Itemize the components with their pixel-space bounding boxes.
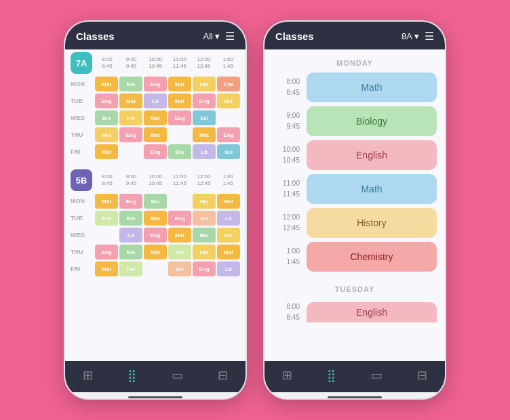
left-menu-icon[interactable]: ☰ (225, 30, 235, 43)
nav-list-icon-r[interactable]: ⊟ (417, 368, 427, 383)
7a-fri-row: FRI Mat Eng Bio Lit Sci (71, 144, 240, 159)
cell: His (217, 93, 240, 108)
cell: Eng (144, 77, 167, 91)
right-home-indicator (328, 396, 382, 398)
cell: Che (217, 77, 240, 91)
cell: Bio (119, 77, 142, 91)
left-title: Classes (76, 30, 115, 42)
cell: His (193, 245, 216, 259)
cell: Mat (95, 144, 118, 159)
cell: Mat (193, 127, 216, 142)
slot-chemistry[interactable]: Chemistry (307, 242, 437, 272)
cell: Mat (217, 194, 240, 209)
cell: Mat (119, 93, 142, 108)
cell: Bio (193, 228, 216, 243)
cell: Mat (95, 261, 118, 276)
phones-container: Classes All ▾ ☰ 7A 8:008:45 9:009 (64, 20, 446, 400)
class-7a-section: 7A 8:008:45 9:009:45 10:0010:45 11:0011:… (65, 49, 246, 167)
nav-timetable-icon[interactable]: ⣿ (128, 368, 136, 383)
cell: Eng (144, 144, 167, 159)
cell (168, 127, 191, 142)
slot-9am: 9:009:45 Biology (273, 106, 437, 136)
cell: Lit (217, 211, 240, 226)
cell: Eng (217, 127, 240, 142)
slot-1pm: 1:001:45 Chemistry (273, 242, 437, 272)
cell: Fre (95, 211, 118, 226)
5b-wed-row: WED Lit Eng Mat Bio His (71, 228, 240, 243)
7a-header-row: 7A 8:008:45 9:009:45 10:0010:45 11:0011:… (71, 52, 240, 74)
right-phone: Classes 8A ▾ ☰ MONDAY 8:008:45 Math 9:00… (263, 20, 446, 400)
nav-card-icon[interactable]: ▭ (172, 368, 183, 383)
cell: Eng (168, 110, 191, 125)
left-filter-button[interactable]: All ▾ (203, 31, 220, 41)
cell: His (217, 228, 240, 243)
7a-thu-row: THU His Eng Mat Mat Eng (71, 127, 240, 142)
cell: Bio (119, 211, 142, 226)
slot-12pm: 12:0012:45 History (273, 208, 437, 238)
right-phone-nav: ⊞ ⣿ ▭ ⊟ (264, 361, 445, 392)
cell (217, 110, 240, 125)
cell: Mat (168, 77, 191, 91)
cell: His (193, 77, 216, 91)
cell: Eng (193, 93, 216, 108)
5b-thu-row: THU Eng Bio Mat Fre His Mat (71, 245, 240, 259)
left-phone-body: 7A 8:008:45 9:009:45 10:0010:45 11:0011:… (65, 49, 246, 361)
right-phone-body: MONDAY 8:008:45 Math 9:009:45 Biology 10… (264, 49, 445, 361)
nav-card-icon-r[interactable]: ▭ (371, 368, 382, 383)
cell: Art (168, 261, 191, 276)
5b-header-row: 5B 8:008:45 9:009:45 10:0010:45 11:0011:… (71, 169, 240, 191)
right-filter-button[interactable]: 8A ▾ (401, 31, 419, 41)
5b-fri-row: FRI Mat Fre Art Eng Lit (71, 261, 240, 276)
cell (95, 228, 118, 243)
cell: Bio (168, 144, 191, 159)
cell: Bio (144, 194, 167, 209)
cell: Mat (95, 77, 118, 91)
slot-history[interactable]: History (307, 208, 437, 238)
cell: Mat (217, 245, 240, 259)
timetable-scroll[interactable]: 7A 8:008:45 9:009:45 10:0010:45 11:0011:… (65, 49, 246, 361)
cell: Fre (168, 245, 191, 259)
left-header-controls: All ▾ ☰ (203, 30, 235, 43)
cell: Eng (168, 211, 191, 226)
cell: Mat (144, 127, 167, 142)
slot-math-2[interactable]: Math (307, 174, 437, 204)
cell: Mat (168, 228, 191, 243)
cell: Sci (217, 144, 240, 159)
slot-english-tue[interactable]: English (307, 302, 437, 322)
cell: Eng (95, 93, 118, 108)
7a-badge: 7A (71, 52, 92, 74)
slot-11am: 11:0011:45 Math (273, 174, 437, 204)
cell: Bio (119, 245, 142, 259)
slot-10am: 10:0010:45 English (273, 140, 437, 170)
detail-scroll[interactable]: MONDAY 8:008:45 Math 9:009:45 Biology 10… (264, 49, 445, 361)
slot-biology[interactable]: Biology (307, 106, 437, 136)
cell: Lit (217, 261, 240, 276)
time-headers-7a: 8:008:45 9:009:45 10:0010:45 11:0011:45 … (95, 56, 240, 70)
slot-math-1[interactable]: Math (307, 72, 437, 102)
right-menu-icon[interactable]: ☰ (425, 30, 434, 43)
7a-wed-row: WED Bio His Mat Eng Sci (71, 110, 240, 125)
time-headers-5b: 8:008:45 9:009:45 10:0010:45 11:0011:45 … (95, 173, 240, 188)
cell: Mat (144, 211, 167, 226)
nav-grid-icon-r[interactable]: ⊞ (282, 368, 292, 383)
slot-tue-8am: 8:008:45 English (273, 301, 437, 323)
cell (119, 144, 142, 159)
nav-list-icon[interactable]: ⊟ (218, 368, 228, 383)
cell: His (95, 127, 118, 142)
nav-grid-icon[interactable]: ⊞ (83, 368, 93, 383)
cell: Art (193, 211, 216, 226)
left-home-indicator (128, 396, 182, 398)
cell: Mat (144, 245, 167, 259)
cell (144, 261, 167, 276)
monday-header: MONDAY (273, 49, 437, 72)
left-phone-nav: ⊞ ⣿ ▭ ⊟ (65, 361, 246, 392)
cell: Eng (95, 245, 118, 259)
cell: Eng (119, 127, 142, 142)
tuesday-header: TUESDAY (273, 276, 437, 299)
cell: Fre (119, 261, 142, 276)
nav-timetable-icon-r[interactable]: ⣿ (327, 368, 336, 383)
5b-mon-row: MON Mat Eng Bio His Mat (71, 194, 240, 209)
cell: Eng (119, 194, 142, 209)
cell: Lit (144, 93, 167, 108)
slot-english[interactable]: English (307, 140, 437, 170)
